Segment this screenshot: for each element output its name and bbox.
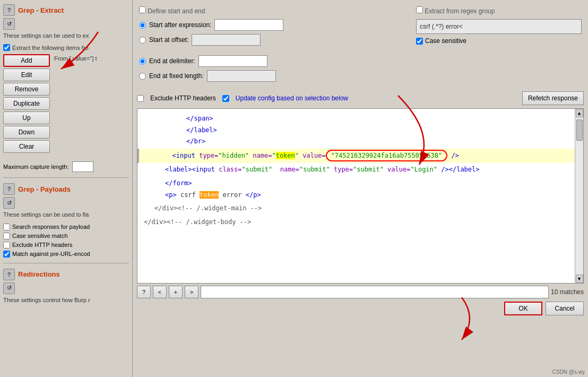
cancel-button[interactable]: Cancel	[546, 302, 584, 315]
code-line-5: <label><input class="submit" name="submi…	[144, 164, 577, 176]
code-class-val: "submit"	[242, 166, 273, 173]
exclude-http-headers-checkbox[interactable]	[137, 95, 144, 102]
grep-payloads-title: Grep - Payloads	[18, 185, 71, 193]
end-at-delimiter-label: End at delimiter:	[149, 57, 195, 65]
end-at-fixed-radio[interactable]	[139, 73, 146, 80]
grep-extract-desc: These settings can be used to ex	[3, 32, 129, 40]
scroll-up-button[interactable]: ▲	[576, 109, 583, 117]
define-start-end-checkbox[interactable]	[139, 6, 146, 13]
start-after-expr-label: Start after expression:	[149, 21, 211, 29]
code-name2-attr: name=	[276, 166, 299, 173]
code-input-tag-open: <input	[172, 152, 200, 159]
scroll-thumb[interactable]	[576, 119, 583, 141]
duplicate-button[interactable]: Duplicate	[3, 97, 50, 110]
right-config-panel: Extract from regex group csrf (.*?) erro…	[414, 4, 584, 87]
code-type-val: "hidden"	[218, 152, 249, 159]
case-sensitive-config-row: Case sensitive	[416, 37, 582, 45]
start-after-expr-radio[interactable]	[139, 22, 146, 29]
search-question-button[interactable]: ?	[137, 286, 151, 298]
watermark: CSDN @s.wy	[552, 369, 585, 375]
redirections-icon: ?	[3, 269, 15, 280]
start-after-expr-input[interactable]: csrf	[214, 19, 283, 31]
grep-extract-sub-icon: ↺	[3, 18, 15, 30]
matches-label: 10 matches	[551, 288, 584, 296]
code-label-close: /></label>	[441, 166, 479, 173]
start-at-offset-row: Start at offset: 33092	[139, 34, 408, 46]
code-type-attr: type=	[199, 152, 218, 159]
code-error-text: error	[222, 191, 241, 199]
clear-button[interactable]: Clear	[3, 140, 50, 153]
update-config-label: Update config based on selection below	[236, 95, 348, 102]
exclude-headers-label: Exclude HTTP headers	[12, 242, 73, 248]
grep-payloads-header: ? Grep - Payloads	[3, 183, 129, 195]
payload-search-checkbox[interactable]	[3, 224, 10, 230]
grep-extract-title: Grep - Extract	[18, 6, 64, 14]
case-sensitive-checkbox[interactable]	[3, 233, 10, 239]
left-config-panel: Define start and end Start after express…	[137, 4, 410, 87]
search-bar: ? < + > token 10 matches	[137, 286, 584, 298]
code-value2-val: "Login"	[410, 166, 437, 173]
code-content: </span> </label> </br> <input type="hidd…	[137, 109, 583, 232]
end-at-fixed-input[interactable]: 5	[207, 70, 276, 82]
define-start-end-label: Define start and end	[148, 7, 205, 15]
end-at-fixed-label: End at fixed length:	[149, 72, 204, 80]
match-pre-url-row: Match against pre-URL-encod	[3, 251, 129, 258]
code-viewer: </span> </label> </br> <input type="hidd…	[137, 108, 584, 284]
search-next-button[interactable]: >	[185, 286, 198, 298]
code-token-highlight: token	[200, 191, 219, 199]
search-plus-button[interactable]: +	[169, 286, 183, 298]
grep-payloads-sub-icon: ↺	[3, 197, 15, 209]
case-sensitive-config-checkbox[interactable]	[416, 38, 423, 45]
code-line-6: </form>	[144, 178, 577, 190]
extract-from-right-label: Extract from regex group	[416, 6, 582, 15]
add-button[interactable]: Add	[3, 54, 50, 67]
code-p-open: <p>	[165, 191, 177, 199]
code-type2-val: "submit"	[353, 166, 384, 173]
code-class-attr: class=	[219, 166, 241, 173]
exclude-headers-checkbox[interactable]	[3, 242, 10, 249]
grep-extract-header: ? Grep - Extract	[3, 4, 129, 16]
ok-button[interactable]: OK	[504, 302, 542, 315]
match-pre-url-checkbox[interactable]	[3, 251, 10, 258]
extract-label: Extract the following items fro	[12, 45, 89, 51]
code-br-tag: </br>	[186, 138, 205, 145]
code-p-close: </p>	[246, 191, 261, 199]
code-csrf-text: csrf	[180, 191, 200, 199]
redirections-title: Redirections	[18, 270, 60, 278]
grep-extract-icon: ?	[3, 4, 15, 16]
extract-from-label: From [ value="] t	[54, 55, 97, 62]
options-row: Exclude HTTP headers Update config based…	[137, 91, 584, 105]
redirections-header: ? Redirections	[3, 269, 129, 280]
search-prev-button[interactable]: <	[153, 286, 167, 298]
extract-from-right-checkbox[interactable]	[416, 6, 423, 13]
end-at-delimiter-radio[interactable]	[139, 58, 146, 65]
extract-checkbox[interactable]	[3, 44, 10, 51]
code-scrollbar[interactable]: ▲ ▼	[575, 109, 583, 283]
code-line-1: </span>	[144, 113, 577, 125]
code-line-9: </div><!-- /.widget-body -->	[144, 217, 577, 228]
scroll-down-button[interactable]: ▼	[576, 275, 583, 283]
code-line-highlight: <input type="hidden" name="token" value=…	[137, 149, 583, 164]
extract-from-right-text: Extract from regex group	[425, 7, 495, 15]
max-capture-label: Maximum capture length:	[3, 164, 69, 170]
search-input[interactable]: token	[201, 286, 549, 298]
top-panel: Define start and end Start after express…	[137, 4, 584, 87]
code-span-tag: </span>	[186, 115, 213, 122]
extract-buttons: Add Edit Remove Duplicate Up Down Clear	[3, 54, 50, 153]
code-name-val: "token"	[272, 152, 299, 159]
grep-payloads-desc: These settings can be used to fla	[3, 211, 129, 219]
start-after-expr-row: Start after expression: csrf	[139, 19, 408, 31]
down-button[interactable]: Down	[3, 126, 50, 139]
refetch-response-button[interactable]: Refetch response	[522, 91, 584, 105]
up-button[interactable]: Up	[3, 112, 50, 124]
start-at-offset-radio[interactable]	[139, 37, 146, 44]
start-at-offset-input[interactable]: 33092	[192, 34, 261, 46]
payload-search-row: Search responses for payload	[3, 224, 129, 230]
edit-button[interactable]: Edit	[3, 68, 50, 81]
case-sensitive-row: Case sensitive match	[3, 233, 129, 239]
max-capture-input[interactable]: 100	[72, 161, 93, 172]
extract-checkbox-row: Extract the following items fro	[3, 44, 129, 51]
remove-button[interactable]: Remove	[3, 83, 50, 96]
update-config-checkbox[interactable]	[222, 95, 229, 102]
end-at-delimiter-input[interactable]: error<	[198, 55, 267, 67]
